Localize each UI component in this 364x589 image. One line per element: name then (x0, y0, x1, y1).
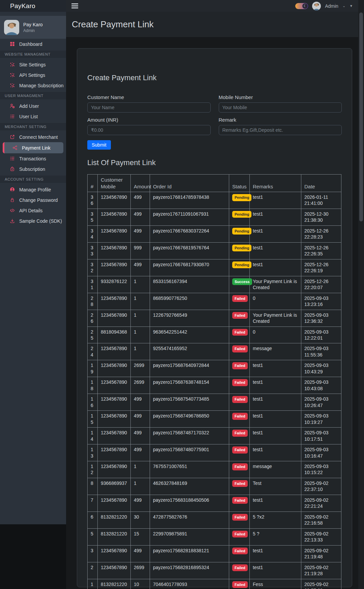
status-badge: Failed (232, 463, 248, 470)
mobile-number-input[interactable] (219, 102, 342, 113)
submit-button[interactable]: Submit (87, 140, 111, 150)
table-row: 161234567890499payzero175687540773485Fai… (88, 394, 341, 411)
status-badge: Failed (232, 379, 248, 386)
cell-order-id: payzero175682816895324 (150, 562, 229, 579)
person-plus-icon (9, 103, 15, 109)
cell-remarks: test1 (250, 209, 301, 225)
cell-date: 2025-09-02 22:21:24 (301, 495, 341, 512)
sidebar-item-label: Manage Profile (19, 187, 51, 192)
sidebar-item-manage-profile[interactable]: Manage Profile (0, 184, 66, 195)
cell-remarks: Test (250, 478, 301, 495)
cell-order-id: payzero175687487170322 (150, 428, 229, 444)
topbar-avatar[interactable] (312, 2, 321, 10)
caret-down-icon: ▼ (350, 4, 353, 8)
table-row: 26123456789011226792766549FailedYour Pay… (88, 310, 341, 327)
sidebar-item-dashboard[interactable]: Dashboard (0, 39, 66, 49)
cell-remarks: test1 (250, 562, 301, 579)
status-badge: Failed (232, 345, 248, 352)
customer-name-input[interactable] (87, 102, 211, 113)
page-title: Create Payment Link (72, 19, 154, 30)
sidebar-item-manage-subscription[interactable]: Manage Subscription (0, 80, 66, 91)
cell-amount: 2699 (131, 562, 150, 579)
profile-avatar (4, 20, 19, 35)
hamburger-menu-icon[interactable] (71, 3, 78, 8)
cell-status: Failed (229, 545, 250, 562)
cell-order-id: payzero175683188450506 (150, 495, 229, 512)
cell-date: 2025-09-03 13:23:16 (301, 293, 341, 310)
cell-status: Failed (229, 444, 250, 461)
cell-customer-mobile: 1234567890 (98, 377, 131, 394)
payment-form: Customer NameMobile NumberAmount (INR)Re… (87, 94, 342, 135)
payment-table-head-row: #Customer MobileAmountOrder IdStatusRema… (88, 175, 341, 192)
cell-customer-mobile: 9332876122 (98, 276, 131, 293)
person-circle-icon (9, 187, 15, 192)
cell-index: 31 (88, 276, 98, 293)
cell-remarks: Your Payment Link is Created (250, 276, 301, 293)
sidebar-item-subscription[interactable]: Subscription (0, 164, 66, 174)
cell-amount: 499 (131, 394, 150, 411)
column-header-status: Status (229, 175, 250, 192)
cell-date: 2025-12-26 22:20:07 (301, 276, 341, 293)
cell-customer-mobile: 8132821220 (98, 512, 131, 528)
scrollbar-thumb[interactable] (359, 12, 363, 221)
amount-inr-input[interactable] (87, 125, 211, 135)
cell-customer-mobile: 1234567890 (98, 225, 131, 242)
status-badge: Pending (232, 194, 251, 201)
cell-order-id: payzero176676817930870 (150, 259, 229, 276)
sidebar-item-site-settings[interactable]: Site Settings (0, 59, 66, 70)
sidebar-item-label: Subscription (19, 166, 45, 172)
sidebar-item-connect-merchant[interactable]: Connect Merchant (0, 132, 66, 142)
admin-dropdown[interactable]: Admin (325, 3, 338, 9)
field-label: Remark (219, 117, 342, 123)
brand-logo: PayKaro (10, 2, 35, 10)
sidebar-section-user-managment: USER MANAGMENT (0, 92, 66, 99)
cell-date: 2025-12-30 21:38:30 (301, 209, 341, 225)
cell-status: Pending (229, 225, 250, 242)
cell-amount: 999 (131, 242, 150, 259)
sidebar-item-add-user[interactable]: Add User (0, 101, 66, 111)
cell-customer-mobile: 8132821220 (98, 579, 131, 589)
page-scrollbar[interactable] (358, 0, 364, 589)
cell-index: 15 (88, 411, 98, 428)
cell-index: 7 (88, 495, 98, 512)
status-badge: Failed (232, 312, 248, 319)
status-badge: Failed (232, 581, 248, 588)
sidebar-item-sample-code-sdk[interactable]: Sample Code (SDK) (0, 216, 66, 226)
cell-amount: 1 (131, 461, 150, 478)
cell-index: 3 (88, 545, 98, 562)
sidebar-item-transactions[interactable]: Transactions (0, 153, 66, 164)
column-header-order-id: Order Id (150, 175, 229, 192)
cell-amount: 499 (131, 192, 150, 209)
cell-status: Failed (229, 360, 250, 377)
sidebar-item-api-details[interactable]: API Details (0, 205, 66, 216)
sidebar-item-user-list[interactable]: User List (0, 111, 66, 122)
cell-customer-mobile: 1234567890 (98, 562, 131, 579)
status-badge: Failed (232, 430, 248, 437)
cell-amount: 2699 (131, 377, 150, 394)
sidebar-item-label: Payment Link (22, 145, 51, 151)
table-row: 361234567890499payzero176814785978438Pen… (88, 192, 341, 209)
cell-status: Pending (229, 259, 250, 276)
cell-amount: 15 (131, 528, 150, 545)
sidebar-item-api-settings[interactable]: API Settings (0, 70, 66, 80)
cell-order-id: payzero175687540773485 (150, 394, 229, 411)
cell-customer-mobile: 1234567890 (98, 461, 131, 478)
sidebar-item-change-password[interactable]: Change Password (0, 195, 66, 205)
cell-amount: 499 (131, 444, 150, 461)
theme-toggle[interactable]: ☾ (295, 3, 308, 9)
cell-remarks: Fess (250, 579, 301, 589)
cell-remarks: message (250, 461, 301, 478)
cell-index: 26 (88, 310, 98, 327)
cell-customer-mobile: 1234567890 (98, 444, 131, 461)
table-row: 131234567890499payzero175687480775901Fai… (88, 444, 341, 461)
sidebar-item-label: API Settings (19, 72, 45, 78)
column-header-index: # (88, 175, 98, 192)
cell-date: 2025-12-26 22:26:19 (301, 259, 341, 276)
cell-remarks: 0 (250, 327, 301, 343)
cell-order-id: payzero175682818838121 (150, 545, 229, 562)
sidebar-item-payment-link[interactable]: Payment Link (3, 142, 63, 153)
cell-date: 2026-01-11 21:41:00 (301, 192, 341, 209)
cell-amount: 1 (131, 310, 150, 327)
remark-input[interactable] (219, 125, 342, 135)
table-row: 351234567890499payzero176711091067931Pen… (88, 209, 341, 225)
